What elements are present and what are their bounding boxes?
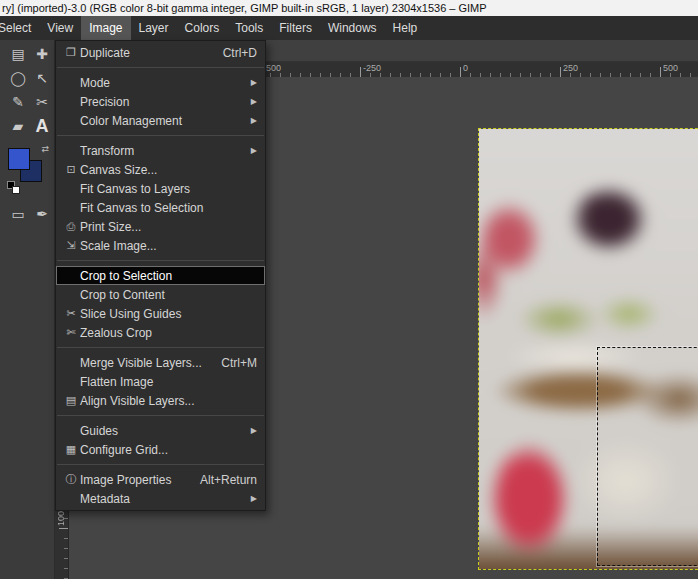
menubar-item-windows[interactable]: Windows [320,16,385,40]
menu-item-label: Guides [80,424,239,438]
scissors-tool-icon[interactable]: ✂ [30,90,54,114]
menu-item-label: Crop to Selection [80,269,257,283]
menu-bar: Select View Image Layer Colors Tools Fil… [0,16,698,40]
menu-item-mode[interactable]: Mode ▶ [56,73,265,92]
image-menu-dropdown: ❐ Duplicate Ctrl+D Mode ▶ Precision ▶ Co… [55,40,266,511]
menu-item-label: Flatten Image [80,375,257,389]
menu-item-crop-to-content[interactable]: Crop to Content [56,285,265,304]
submenu-arrow-icon: ▶ [251,78,257,87]
menu-item-label: Transform [80,144,239,158]
menu-separator [57,347,264,348]
rectangle-tool-icon[interactable]: ▭ [6,202,30,226]
menu-item-label: Canvas Size... [80,163,257,177]
menubar-item-help[interactable]: Help [385,16,426,40]
h-ruler-label: 500 [663,63,678,73]
menu-item-label: Align Visible Layers... [80,394,257,408]
menubar-item-filters[interactable]: Filters [271,16,320,40]
grid-icon: ▦ [62,443,80,456]
menu-item-label: Zealous Crop [80,326,257,340]
canvas-size-icon: ⊡ [62,163,80,176]
duplicate-icon: ❐ [62,46,80,59]
menu-item-image-properties[interactable]: ⓘ Image Properties Alt+Return [56,470,265,489]
menu-item-merge-visible-layers[interactable]: Merge Visible Layers... Ctrl+M [56,353,265,372]
menubar-item-image[interactable]: Image [81,16,130,40]
submenu-arrow-icon: ▶ [251,116,257,125]
swap-colors-icon[interactable]: ⇄ [41,144,49,154]
tool-grid-lower: ▭ ✒ [0,200,55,226]
slice-icon: ✂ [62,307,80,320]
move-tool-icon[interactable]: ↖ [30,66,54,90]
menubar-item-layer[interactable]: Layer [131,16,177,40]
h-ruler-label: -250 [363,63,381,73]
info-icon: ⓘ [62,472,80,487]
menu-item-label: Fit Canvas to Selection [80,201,257,215]
menu-item-label: Configure Grid... [80,443,257,457]
menu-item-shortcut: Alt+Return [200,473,257,487]
menu-item-color-management[interactable]: Color Management ▶ [56,111,265,130]
window-title: ry] (imported)-3.0 (RGB color 8-bit gamm… [0,0,698,16]
menu-item-metadata[interactable]: Metadata ▶ [56,489,265,508]
menubar-item-tools[interactable]: Tools [227,16,271,40]
pencil-tool-icon[interactable]: ✎ [6,90,30,114]
menu-item-guides[interactable]: Guides ▶ [56,421,265,440]
menu-item-label: Merge Visible Layers... [80,356,209,370]
text-tool-icon[interactable]: A [30,114,54,138]
menu-item-label: Precision [80,95,239,109]
menu-separator [57,260,264,261]
menu-item-label: Crop to Content [80,288,257,302]
menu-item-configure-grid[interactable]: ▦ Configure Grid... [56,440,265,459]
h-ruler-label: 0 [463,63,468,73]
submenu-arrow-icon: ▶ [251,426,257,435]
scale-icon: ⇲ [62,239,80,252]
align-layers-icon: ▤ [62,394,80,407]
menu-item-crop-to-selection[interactable]: Crop to Selection [56,266,265,285]
menu-item-slice-using-guides[interactable]: ✂ Slice Using Guides [56,304,265,323]
menu-item-shortcut: Ctrl+D [223,46,257,60]
menu-item-label: Metadata [80,492,239,506]
submenu-arrow-icon: ▶ [251,494,257,503]
menu-item-label: Scale Image... [80,239,257,253]
menu-item-label: Mode [80,76,239,90]
default-colors-icon[interactable] [12,186,20,194]
menubar-item-select[interactable]: Select [0,16,39,40]
menu-item-shortcut: Ctrl+M [221,356,257,370]
selection-marching-ants [597,347,698,566]
menu-item-fit-canvas-to-layers[interactable]: Fit Canvas to Layers [56,179,265,198]
menu-item-canvas-size[interactable]: ⊡ Canvas Size... [56,160,265,179]
toolbox-panel: ▤ ✚ ◯ ↖ ✎ ✂ ▰ A ⇄ ▭ ✒ [0,40,55,579]
menu-item-fit-canvas-to-selection[interactable]: Fit Canvas to Selection [56,198,265,217]
menu-item-zealous-crop[interactable]: ✄ Zealous Crop [56,323,265,342]
menu-item-label: Color Management [80,114,239,128]
rectangle-select-tool-icon[interactable]: ▤ [6,42,30,66]
menu-item-label: Print Size... [80,220,257,234]
menubar-item-colors[interactable]: Colors [177,16,228,40]
menu-item-print-size[interactable]: ⎙ Print Size... [56,217,265,236]
h-ruler-label: 250 [563,63,578,73]
menu-item-precision[interactable]: Precision ▶ [56,92,265,111]
submenu-arrow-icon: ▶ [251,97,257,106]
submenu-arrow-icon: ▶ [251,146,257,155]
foreground-color-swatch[interactable] [8,148,30,170]
menu-item-label: Duplicate [80,46,211,60]
printer-icon: ⎙ [62,220,80,233]
menu-separator [57,464,264,465]
menu-separator [57,67,264,68]
menu-item-scale-image[interactable]: ⇲ Scale Image... [56,236,265,255]
color-swatches: ⇄ [4,144,52,198]
menu-item-label: Image Properties [80,473,188,487]
tool-grid: ▤ ✚ ◯ ↖ ✎ ✂ ▰ A [0,40,55,138]
fuzzy-select-tool-icon[interactable]: ✚ [30,42,54,66]
menu-item-align-visible-layers[interactable]: ▤ Align Visible Layers... [56,391,265,410]
free-select-tool-icon[interactable]: ◯ [6,66,30,90]
zealous-crop-icon: ✄ [62,326,80,339]
gradient-tool-icon[interactable]: ▰ [6,114,30,138]
menu-separator [57,415,264,416]
menu-item-transform[interactable]: Transform ▶ [56,141,265,160]
ink-tool-icon[interactable]: ✒ [30,202,54,226]
menu-item-duplicate[interactable]: ❐ Duplicate Ctrl+D [56,43,265,62]
menubar-item-view[interactable]: View [39,16,81,40]
menu-item-flatten-image[interactable]: Flatten Image [56,372,265,391]
menu-item-label: Slice Using Guides [80,307,257,321]
menu-separator [57,135,264,136]
menu-item-label: Fit Canvas to Layers [80,182,257,196]
